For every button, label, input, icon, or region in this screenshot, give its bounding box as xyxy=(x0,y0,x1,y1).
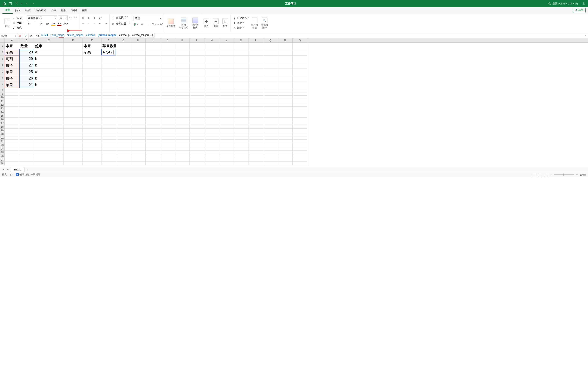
cell[interactable] xyxy=(64,56,83,62)
cell[interactable] xyxy=(102,75,116,82)
cell[interactable] xyxy=(116,88,131,92)
cell[interactable] xyxy=(34,158,64,162)
cell[interactable] xyxy=(131,132,146,136)
cell[interactable] xyxy=(146,121,160,125)
find-select-button[interactable]: 🔍查找和 选择 xyxy=(260,17,269,29)
cell[interactable] xyxy=(190,62,204,69)
cell[interactable] xyxy=(34,125,64,129)
cell[interactable]: b xyxy=(34,75,64,82)
cell[interactable]: 橙子 xyxy=(5,62,19,69)
cell[interactable] xyxy=(83,96,102,99)
cell[interactable] xyxy=(131,136,146,140)
cell[interactable] xyxy=(234,154,249,158)
row-header-23[interactable]: 23 xyxy=(0,143,4,147)
cell[interactable] xyxy=(160,118,175,121)
cell[interactable] xyxy=(131,49,146,56)
cell[interactable] xyxy=(219,82,234,88)
increase-font-icon[interactable]: A▴ xyxy=(68,16,72,20)
cell[interactable] xyxy=(234,110,249,114)
cell[interactable] xyxy=(19,88,34,92)
cell[interactable] xyxy=(175,107,190,110)
phonetic-button[interactable]: abc▾ xyxy=(63,22,68,26)
cell[interactable] xyxy=(116,82,131,88)
cell[interactable] xyxy=(116,132,131,136)
cell[interactable] xyxy=(64,162,83,165)
cell[interactable] xyxy=(64,110,83,114)
accept-formula-button[interactable] xyxy=(23,33,29,38)
col-header-D[interactable]: D xyxy=(64,38,83,42)
sort-filter-button[interactable]: ⇅排序和 筛选 xyxy=(250,17,259,29)
cell[interactable] xyxy=(278,49,293,56)
cell[interactable] xyxy=(131,69,146,75)
cell[interactable] xyxy=(219,107,234,110)
cell[interactable] xyxy=(219,129,234,132)
number-format-select[interactable]: 常规▾ xyxy=(134,16,162,21)
cell[interactable] xyxy=(249,143,263,147)
cell[interactable] xyxy=(19,103,34,107)
cell[interactable] xyxy=(102,121,116,125)
cell[interactable]: 数量 xyxy=(19,43,34,49)
row-header-8[interactable]: 8 xyxy=(0,88,4,92)
cell[interactable] xyxy=(131,114,146,118)
cell[interactable] xyxy=(83,132,102,136)
cell[interactable] xyxy=(293,158,307,162)
cell[interactable] xyxy=(5,110,19,114)
cell[interactable] xyxy=(102,114,116,118)
cell[interactable] xyxy=(249,136,263,140)
cell[interactable] xyxy=(234,69,249,75)
cell[interactable] xyxy=(83,158,102,162)
tab-review[interactable]: 审阅 xyxy=(69,7,79,13)
cell[interactable] xyxy=(146,129,160,132)
cell[interactable] xyxy=(34,121,64,125)
cell[interactable] xyxy=(219,121,234,125)
cell[interactable] xyxy=(19,125,34,129)
cell[interactable] xyxy=(116,43,131,49)
cell[interactable] xyxy=(5,151,19,154)
cell[interactable] xyxy=(219,114,234,118)
cell[interactable] xyxy=(146,118,160,121)
cell[interactable] xyxy=(263,88,278,92)
cell[interactable] xyxy=(249,99,263,103)
cell[interactable] xyxy=(234,114,249,118)
cell[interactable] xyxy=(204,82,219,88)
save-icon[interactable] xyxy=(9,2,12,6)
cell[interactable] xyxy=(190,121,204,125)
cell[interactable] xyxy=(131,143,146,147)
cell[interactable] xyxy=(234,118,249,121)
cell[interactable] xyxy=(175,49,190,56)
cell[interactable] xyxy=(278,110,293,114)
cell[interactable] xyxy=(131,129,146,132)
cell[interactable] xyxy=(34,103,64,107)
cell[interactable] xyxy=(34,151,64,154)
cell[interactable] xyxy=(249,49,263,56)
cell[interactable] xyxy=(102,92,116,96)
border-button[interactable]: ▦▾ xyxy=(45,22,49,26)
cell[interactable] xyxy=(190,69,204,75)
view-page-break-button[interactable] xyxy=(544,173,548,176)
cell[interactable] xyxy=(64,154,83,158)
row-header-21[interactable]: 21 xyxy=(0,136,4,140)
cell[interactable] xyxy=(204,147,219,151)
cell[interactable] xyxy=(64,96,83,99)
cell[interactable] xyxy=(5,121,19,125)
cell[interactable] xyxy=(64,92,83,96)
align-left-icon[interactable]: ≡ xyxy=(81,22,85,26)
cell[interactable] xyxy=(249,121,263,125)
cell[interactable] xyxy=(293,110,307,114)
cell[interactable] xyxy=(263,158,278,162)
cell[interactable] xyxy=(64,43,83,49)
cell[interactable] xyxy=(249,88,263,92)
cell[interactable] xyxy=(116,162,131,165)
cell[interactable] xyxy=(146,162,160,165)
cell[interactable] xyxy=(160,88,175,92)
cell[interactable] xyxy=(293,132,307,136)
cell[interactable] xyxy=(116,62,131,69)
cell[interactable] xyxy=(204,92,219,96)
cell[interactable] xyxy=(64,125,83,129)
cell[interactable] xyxy=(102,56,116,62)
align-center-icon[interactable]: ≡ xyxy=(86,22,91,26)
cell[interactable] xyxy=(83,69,102,75)
cell[interactable] xyxy=(263,92,278,96)
cell[interactable] xyxy=(146,56,160,62)
cell[interactable] xyxy=(190,162,204,165)
